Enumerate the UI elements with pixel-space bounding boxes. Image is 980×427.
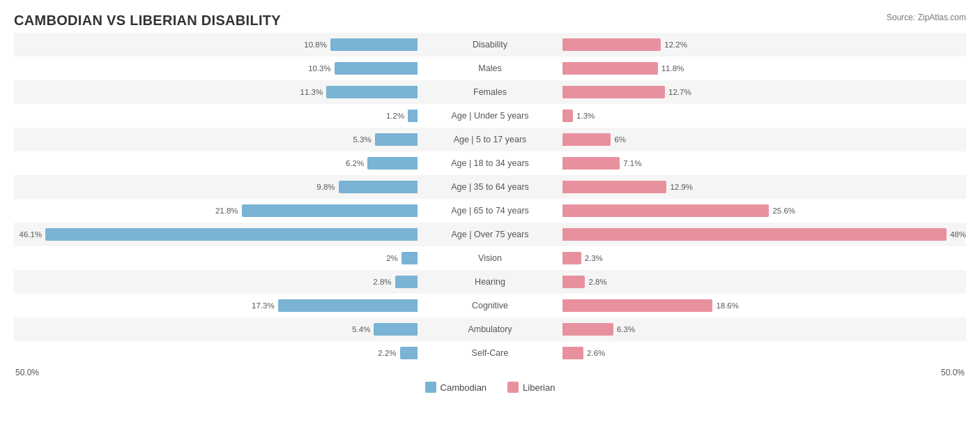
table-row: 1.2% Age | Under 5 years 1.3% — [14, 104, 966, 128]
bar-value-right: 25.6% — [772, 207, 795, 215]
bar-blue — [335, 62, 418, 75]
bar-pink — [562, 299, 712, 312]
left-section: 21.8% — [14, 199, 420, 223]
bar-blue — [242, 204, 418, 217]
bar-blue — [374, 323, 418, 336]
left-section: 5.4% — [14, 317, 420, 341]
right-section: 2.6% — [560, 341, 966, 365]
left-section: 9.8% — [14, 175, 420, 199]
table-row: 10.3% Males 11.8% — [14, 57, 966, 80]
bar-pink — [562, 86, 665, 98]
bar-value-left: 21.8% — [215, 207, 238, 215]
bar-pink — [562, 228, 947, 241]
bar-value-right: 6.3% — [617, 325, 635, 334]
row-label: Hearing — [420, 277, 560, 287]
bar-pink — [562, 110, 573, 122]
bar-value-right: 12.9% — [670, 183, 693, 191]
bar-blue — [45, 228, 418, 241]
x-axis-row: 50.0% 50.0% — [14, 368, 966, 377]
bar-value-left: 17.3% — [252, 301, 275, 310]
right-section: 12.7% — [560, 80, 966, 104]
right-section: 11.8% — [560, 57, 966, 80]
row-inner: 2.8% Hearing 2.8% — [14, 270, 966, 294]
bar-pink — [562, 157, 620, 170]
bar-value-left: 2% — [386, 254, 398, 262]
row-inner: 6.2% Age | 18 to 34 years 7.1% — [14, 151, 966, 175]
row-label: Age | 35 to 64 years — [420, 182, 560, 192]
legend-item-liberian: Liberian — [507, 382, 555, 393]
row-inner: 1.2% Age | Under 5 years 1.3% — [14, 104, 966, 128]
bar-value-right: 48% — [950, 230, 966, 239]
row-label: Age | Under 5 years — [420, 111, 560, 121]
bar-blue — [400, 347, 418, 359]
right-section: 2.3% — [560, 246, 966, 270]
left-section: 2.8% — [14, 270, 420, 294]
row-label: Age | 18 to 34 years — [420, 158, 560, 168]
right-section: 2.8% — [560, 270, 966, 294]
right-section: 18.6% — [560, 294, 966, 317]
table-row: 10.8% Disability 12.2% — [14, 33, 966, 57]
bar-pink — [562, 181, 666, 193]
row-label: Ambulatory — [420, 324, 560, 334]
legend-item-cambodian: Cambodian — [425, 382, 487, 393]
bar-pink — [562, 276, 585, 288]
row-inner: 5.4% Ambulatory 6.3% — [14, 317, 966, 341]
left-section: 10.3% — [14, 57, 420, 80]
bar-value-left: 5.4% — [352, 325, 370, 334]
row-inner: 2% Vision 2.3% — [14, 246, 966, 270]
bar-blue — [339, 181, 418, 193]
table-row: 9.8% Age | 35 to 64 years 12.9% — [14, 175, 966, 199]
legend: Cambodian Liberian — [14, 382, 966, 393]
bar-value-left: 10.3% — [308, 64, 331, 73]
legend-color-liberian — [507, 382, 519, 393]
right-section: 6.3% — [560, 317, 966, 341]
bar-blue — [326, 86, 418, 98]
right-section: 6% — [560, 128, 966, 151]
right-section: 48% — [560, 223, 966, 246]
table-row: 2.8% Hearing 2.8% — [14, 270, 966, 294]
right-section: 25.6% — [560, 199, 966, 223]
table-row: 11.3% Females 12.7% — [14, 80, 966, 104]
left-section: 6.2% — [14, 151, 420, 175]
right-section: 1.3% — [560, 104, 966, 128]
chart-container: CAMBODIAN VS LIBERIAN DISABILITY Source:… — [0, 0, 980, 427]
row-label: Self-Care — [420, 348, 560, 358]
row-inner: 21.8% Age | 65 to 74 years 25.6% — [14, 199, 966, 223]
bar-value-right: 2.3% — [585, 254, 603, 262]
bar-value-left: 10.8% — [304, 40, 327, 49]
row-inner: 17.3% Cognitive 18.6% — [14, 294, 966, 317]
row-inner: 5.3% Age | 5 to 17 years 6% — [14, 128, 966, 151]
bar-blue — [330, 38, 418, 51]
bar-blue — [408, 110, 418, 122]
row-inner: 9.8% Age | 35 to 64 years 12.9% — [14, 175, 966, 199]
bar-value-right: 2.6% — [587, 349, 605, 357]
row-label: Age | Over 75 years — [420, 230, 560, 239]
bar-value-left: 9.8% — [316, 183, 335, 191]
bar-pink — [562, 204, 769, 217]
bar-value-left: 6.2% — [346, 159, 364, 167]
source-label: Source: ZipAtlas.com — [887, 13, 966, 22]
bar-blue — [395, 276, 418, 288]
left-section: 1.2% — [14, 104, 420, 128]
left-section: 17.3% — [14, 294, 420, 317]
bar-value-right: 18.6% — [716, 301, 739, 310]
table-row: 5.3% Age | 5 to 17 years 6% — [14, 128, 966, 151]
bar-value-left: 11.3% — [300, 88, 323, 96]
bar-pink — [562, 347, 583, 359]
bar-blue — [401, 252, 418, 264]
bar-value-right: 7.1% — [623, 159, 641, 167]
row-inner: 10.8% Disability 12.2% — [14, 33, 966, 57]
bar-value-right: 2.8% — [588, 278, 606, 286]
row-label: Females — [420, 87, 560, 97]
table-row: 21.8% Age | 65 to 74 years 25.6% — [14, 199, 966, 223]
x-axis-right: 50.0% — [560, 368, 966, 377]
table-row: 5.4% Ambulatory 6.3% — [14, 317, 966, 341]
bar-value-right: 12.2% — [664, 40, 687, 49]
table-row: 2.2% Self-Care 2.6% — [14, 341, 966, 365]
bar-pink — [562, 323, 613, 336]
chart-area: 10.8% Disability 12.2% 10.3% Males 11.8% — [14, 33, 966, 365]
bar-pink — [562, 62, 658, 75]
right-section: 7.1% — [560, 151, 966, 175]
chart-title: CAMBODIAN VS LIBERIAN DISABILITY — [14, 13, 966, 29]
right-section: 12.2% — [560, 33, 966, 57]
